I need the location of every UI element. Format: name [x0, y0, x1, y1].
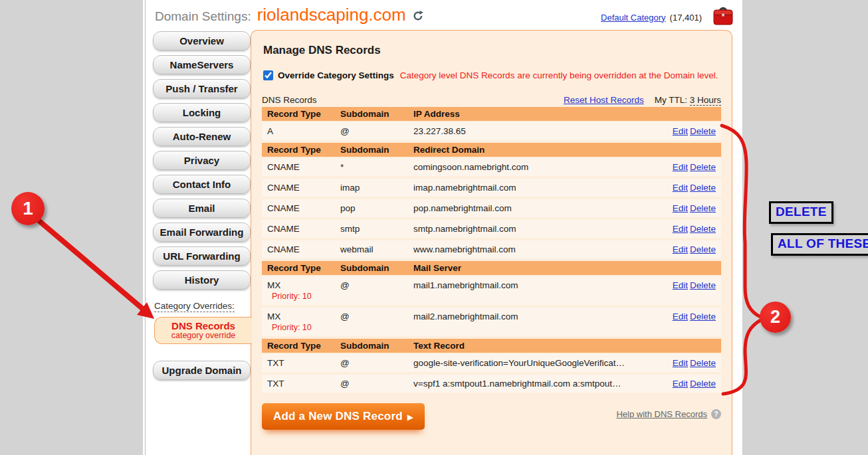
edit-link[interactable]: Edit [673, 244, 688, 254]
help-dns-records-link[interactable]: Help with DNS Records [616, 409, 707, 419]
subdomain-cell: @ [340, 126, 413, 136]
record-value-cell: imap.namebrightmail.com [413, 183, 671, 193]
dns-records-tab-title: DNS Records [155, 320, 252, 331]
record-type-cell: MXPriority: 10 [267, 312, 340, 332]
record-value-cell: mail2.namebrightmail.com [413, 312, 671, 321]
record-value-cell: mail1.namebrightmail.com [413, 280, 671, 290]
record-value-cell: google-site-verification=YourUniqueGoogl… [413, 358, 671, 368]
sidebar-nav: OverviewNameServersPush / TransferLockin… [153, 31, 252, 290]
delete-link[interactable]: Delete [690, 280, 716, 290]
override-category-checkbox[interactable] [263, 70, 273, 80]
row-actions: EditDelete [671, 244, 716, 254]
upgrade-domain-button[interactable]: Upgrade Domain [153, 361, 251, 380]
subdomain-cell: * [340, 162, 413, 172]
edit-link[interactable]: Edit [673, 203, 688, 213]
subdomain-cell: @ [340, 379, 413, 389]
subdomain-cell: @ [340, 358, 413, 368]
dns-record-row: TXT@v=spf1 a:smtpout1.namebrightmail.com… [262, 375, 721, 393]
edit-link[interactable]: Edit [673, 312, 688, 321]
briefcase-icon[interactable] [711, 6, 735, 29]
page-right-border [742, 0, 743, 455]
sidebar-item-email[interactable]: Email [153, 199, 251, 218]
row-actions: EditDelete [671, 203, 716, 213]
dns-record-row: CNAMEwebmailwww.namebrightmail.comEditDe… [262, 240, 721, 258]
row-actions: EditDelete [671, 183, 716, 193]
sidebar-item-history[interactable]: History [153, 270, 251, 290]
sidebar-item-push-transfer[interactable]: Push / Transfer [153, 79, 251, 98]
record-type: CNAME [267, 183, 340, 193]
record-type-cell: CNAME [267, 203, 340, 213]
record-type: CNAME [267, 224, 340, 234]
sidebar: OverviewNameServersPush / TransferLockin… [153, 31, 252, 385]
subdomain-cell: @ [340, 280, 413, 290]
delete-link[interactable]: Delete [690, 203, 716, 213]
page-left-border [145, 0, 146, 455]
sidebar-item-contact-info[interactable]: Contact Info [153, 175, 251, 194]
sidebar-item-nameservers[interactable]: NameServers [153, 55, 251, 74]
sidebar-item-auto-renew[interactable]: Auto-Renew [153, 127, 251, 146]
page-header: Domain Settings: riolandscaping.com Defa… [143, 0, 743, 29]
dns-record-row: CNAMEsmtpsmtp.namebrightmail.comEditDele… [262, 220, 721, 238]
delete-link[interactable]: Delete [690, 358, 716, 368]
delete-link[interactable]: Delete [690, 379, 716, 389]
sidebar-item-url-forwarding[interactable]: URL Forwarding [153, 246, 251, 266]
delete-link[interactable]: Delete [690, 162, 716, 172]
override-warning-text: Category level DNS Records are currently… [400, 70, 718, 80]
sidebar-item-privacy[interactable]: Privacy [153, 151, 251, 170]
step-1-badge: 1 [11, 192, 45, 225]
dns-records-label: DNS Records [262, 95, 317, 105]
record-type: MX [267, 280, 340, 290]
column-header: Redirect Domain [413, 145, 716, 155]
delete-link[interactable]: Delete [690, 183, 716, 193]
sidebar-item-dns-records-active[interactable]: DNS Records category override [154, 317, 252, 344]
dns-record-row: CNAME*comingsoon.namebright.comEditDelet… [262, 158, 721, 176]
delete-link[interactable]: Delete [690, 244, 716, 254]
row-actions: EditDelete [671, 126, 716, 136]
column-header: Record Type [267, 109, 340, 119]
row-actions: EditDelete [671, 358, 716, 368]
question-mark-icon[interactable]: ? [711, 409, 721, 419]
ttl-value[interactable]: 3 Hours [690, 95, 721, 106]
record-value-cell: www.namebrightmail.com [413, 244, 671, 254]
record-type: MX [267, 312, 340, 321]
domain-settings-label: Domain Settings: [155, 9, 251, 24]
edit-link[interactable]: Edit [673, 126, 688, 136]
edit-link[interactable]: Edit [673, 280, 688, 290]
record-priority: Priority: 10 [267, 323, 340, 332]
header-right: Default Category (17,401) [601, 6, 735, 29]
delete-link[interactable]: Delete [690, 126, 716, 136]
category-overrides-label: Category Overrides: [154, 301, 235, 312]
edit-link[interactable]: Edit [673, 224, 688, 234]
record-priority: Priority: 10 [267, 292, 340, 301]
step-2-badge: 2 [760, 302, 791, 333]
default-category-link[interactable]: Default Category [601, 13, 666, 23]
add-dns-record-button[interactable]: Add a New DNS Record▶ [262, 403, 425, 430]
record-value-cell: 23.227.38.65 [413, 126, 671, 136]
delete-annotation-box: DELETE [769, 201, 833, 224]
edit-link[interactable]: Edit [673, 379, 688, 389]
record-type-cell: CNAME [267, 224, 340, 234]
record-type: CNAME [267, 203, 340, 213]
dns-record-row: TXT@google-site-verification=YourUniqueG… [262, 354, 721, 372]
edit-link[interactable]: Edit [673, 183, 688, 193]
subdomain-cell: pop [340, 203, 413, 213]
delete-link[interactable]: Delete [690, 224, 716, 234]
record-type: CNAME [267, 162, 340, 172]
sidebar-item-locking[interactable]: Locking [153, 103, 251, 122]
delete-link[interactable]: Delete [690, 312, 716, 321]
column-header: Text Record [413, 341, 716, 351]
reset-host-records-link[interactable]: Reset Host Records [564, 95, 644, 105]
refresh-icon[interactable] [412, 10, 424, 25]
ttl-group: My TTL: 3 Hours [655, 95, 721, 105]
sidebar-item-email-forwarding[interactable]: Email Forwarding [153, 223, 251, 242]
dns-record-row: MXPriority: 10@mail2.namebrightmail.comE… [262, 308, 721, 336]
column-header: Record Type [267, 145, 340, 155]
sidebar-item-overview[interactable]: Overview [153, 31, 251, 50]
edit-link[interactable]: Edit [673, 358, 688, 368]
column-header: Subdomain [340, 109, 413, 119]
record-type: TXT [267, 379, 340, 389]
column-header: Record Type [267, 341, 340, 351]
arrow-1-line [38, 220, 144, 310]
edit-link[interactable]: Edit [673, 162, 688, 172]
add-dns-record-label: Add a New DNS Record [273, 410, 403, 422]
